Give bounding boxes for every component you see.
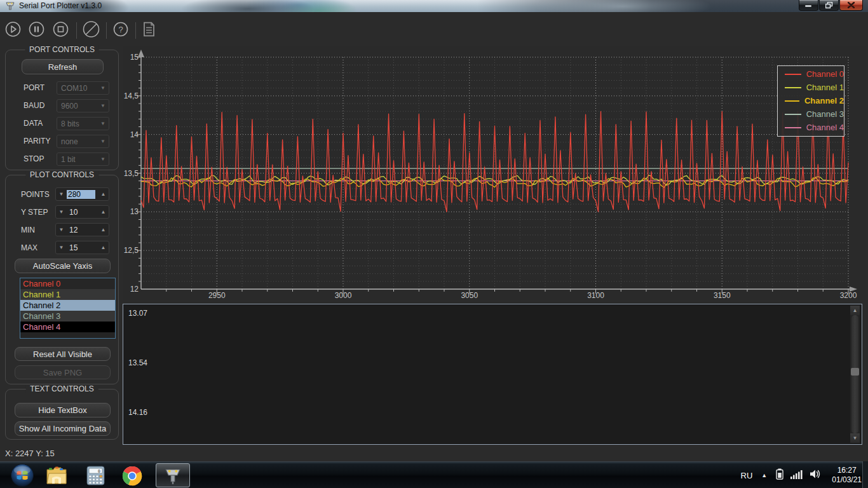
status-coordinates: X: 2247 Y: 15 [5, 449, 55, 458]
serial-port-plotter-taskbar-button[interactable] [156, 463, 190, 487]
toolbar-separator [106, 22, 107, 39]
min-spinner[interactable]: ▼ 12 ▲ [55, 223, 109, 236]
max-spinner[interactable]: ▼ 15 ▲ [55, 241, 109, 254]
channel-list: Channel 0Channel 1Channel 2Channel 3Chan… [20, 278, 116, 339]
chevron-down-icon: ▼ [97, 103, 109, 109]
pause-icon[interactable] [29, 22, 44, 40]
legend-line-sample [785, 100, 799, 102]
tray-time: 16:27 [832, 466, 862, 475]
chevron-down-icon: ▼ [97, 156, 109, 162]
port-select[interactable]: COM10 ▼ [57, 81, 109, 95]
waveform-chart[interactable]: 2950300030503100315032001212,51313,51414… [123, 46, 866, 300]
svg-text:12,5: 12,5 [124, 246, 139, 255]
series-channel-2 [141, 178, 848, 187]
tray-date: 01/03/21 [832, 475, 862, 485]
legend-line-sample [785, 127, 801, 128]
play-icon[interactable] [5, 22, 21, 40]
spin-up-icon[interactable]: ▲ [98, 227, 109, 233]
hide-textbox-button[interactable]: Hide TextBox [15, 403, 111, 417]
channel-list-item-2[interactable]: Channel 2 [20, 300, 115, 311]
toolbar-separator [135, 22, 136, 39]
start-button[interactable] [10, 463, 34, 488]
chart-legend: Channel 0Channel 1Channel 2Channel 3Chan… [777, 65, 844, 137]
legend-line-sample [785, 87, 801, 88]
app-icon [6, 1, 15, 11]
taskbar: 0 [0, 461, 868, 488]
points-label: POINTS [21, 190, 50, 199]
window-title: Serial Port Plotter v1.3.0 [19, 1, 102, 10]
minimize-button[interactable] [799, 0, 818, 11]
baud-select[interactable]: 9600 ▼ [57, 99, 109, 112]
textbox-scrollbar[interactable]: ▲ ▼ [850, 306, 860, 443]
toolbar-separator [76, 22, 77, 39]
language-indicator[interactable]: RU [741, 471, 753, 480]
legend-label: Channel 4 [806, 123, 844, 132]
titlebar: Serial Port Plotter v1.3.0 [0, 0, 868, 12]
legend-line-sample [785, 114, 801, 115]
scrollbar-thumb[interactable] [851, 368, 859, 376]
spin-down-icon[interactable]: ▼ [56, 245, 67, 250]
text-controls-group: TEXT CONTROLS Hide TextBox Show All Inco… [5, 389, 119, 440]
stop-icon[interactable] [53, 22, 69, 40]
clock[interactable]: 16:27 01/03/21 [832, 466, 862, 485]
svg-text:?: ? [118, 25, 123, 34]
chart-canvas[interactable]: 2950300030503100315032001212,51313,51414… [123, 46, 866, 300]
incoming-data-textbox[interactable]: 13.07 13.54 14.16 ▲ ▼ [123, 304, 862, 445]
legend-entry-3: Channel 3 [778, 107, 844, 121]
legend-label: Channel 3 [806, 109, 844, 119]
textbox-value: 14.16 [128, 408, 147, 417]
legend-line-sample [785, 74, 801, 75]
help-icon[interactable]: ? [113, 22, 128, 39]
scroll-up-icon[interactable]: ▲ [850, 306, 860, 315]
stop-bits-select[interactable]: 1 bit ▼ [57, 152, 109, 166]
network-signal-icon[interactable] [790, 470, 803, 482]
plot-controls-group: PLOT CONTROLS POINTS ▼ 280 ▲ Y STEP ▼ 10… [5, 175, 119, 384]
show-hidden-icons-icon[interactable]: ▲ [761, 472, 767, 478]
spin-down-icon[interactable]: ▼ [56, 227, 67, 233]
refresh-button[interactable]: Refresh [22, 59, 104, 74]
legend-label: Channel 2 [804, 96, 844, 105]
reset-all-visible-button[interactable]: Reset All Visible [15, 347, 111, 361]
chevron-down-icon: ▼ [97, 85, 109, 91]
chevron-down-icon: ▼ [97, 121, 109, 126]
show-log-icon[interactable] [143, 22, 155, 39]
port-controls-group: PORT CONTROLS Refresh PORT COM10 ▼ BAUD … [5, 50, 119, 170]
scroll-down-icon[interactable]: ▼ [850, 433, 860, 443]
parity-label: PARITY [24, 137, 50, 146]
ystep-spinner[interactable]: ▼ 10 ▲ [55, 205, 109, 219]
min-label: MIN [21, 226, 35, 234]
points-spinner[interactable]: ▼ 280 ▲ [55, 187, 109, 201]
stop-label: STOP [24, 154, 44, 163]
svg-text:13,5: 13,5 [124, 169, 139, 178]
text-controls-title: TEXT CONTROLS [25, 384, 98, 393]
spin-up-icon[interactable]: ▲ [98, 245, 109, 250]
clear-plot-icon[interactable] [83, 21, 100, 41]
close-button[interactable] [839, 0, 863, 11]
chrome-icon[interactable] [122, 466, 142, 488]
volume-icon[interactable] [810, 469, 821, 482]
spin-down-icon[interactable]: ▼ [56, 191, 67, 197]
show-desktop-button[interactable] [862, 461, 868, 488]
svg-text:0: 0 [98, 470, 100, 474]
legend-entry-1: Channel 1 [778, 81, 844, 94]
spin-down-icon[interactable]: ▼ [56, 209, 67, 215]
explorer-icon[interactable] [46, 466, 67, 488]
channel-list-item-4[interactable]: Channel 4 [20, 322, 115, 332]
calculator-icon[interactable]: 0 [86, 466, 105, 488]
channel-list-item-1[interactable]: Channel 1 [20, 289, 115, 300]
save-png-button[interactable]: Save PNG [15, 365, 111, 379]
channel-list-item-3[interactable]: Channel 3 [20, 311, 115, 322]
spin-up-icon[interactable]: ▲ [98, 191, 109, 197]
legend-entry-2: Channel 2 [778, 94, 844, 107]
restore-button[interactable] [819, 0, 839, 11]
textbox-value: 13.54 [128, 358, 147, 367]
data-bits-select[interactable]: 8 bits ▼ [57, 117, 109, 130]
chevron-down-icon: ▼ [97, 139, 109, 144]
spin-up-icon[interactable]: ▲ [98, 209, 109, 215]
battery-icon[interactable] [776, 468, 783, 482]
parity-select[interactable]: none ▼ [57, 135, 109, 148]
max-label: MAX [21, 243, 37, 252]
show-all-incoming-data-button[interactable]: Show All Incoming Data [15, 421, 111, 436]
channel-list-item-0[interactable]: Channel 0 [20, 278, 115, 289]
autoscale-button[interactable]: AutoScale Yaxis [15, 259, 111, 273]
